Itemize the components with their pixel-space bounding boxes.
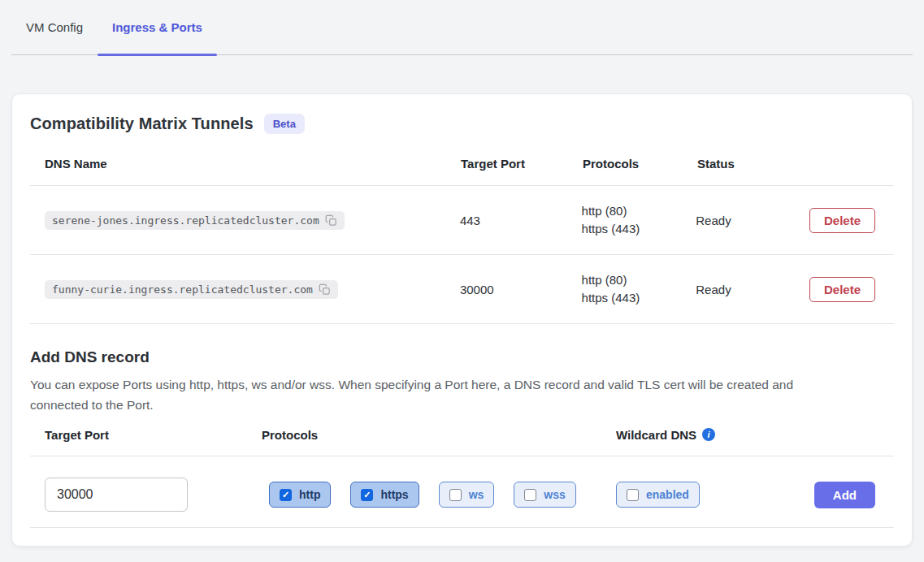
tab-vm-config[interactable]: VM Config xyxy=(11,0,98,54)
protocol-chip-label: ws xyxy=(469,488,484,501)
table-row: funny-curie.ingress.replicatedcluster.co… xyxy=(30,255,894,324)
table-row: serene-jones.ingress.replicatedcluster.c… xyxy=(30,186,894,255)
protocol-chips: http https ws wss xyxy=(262,482,616,508)
protocol-checkbox-wss[interactable]: wss xyxy=(514,482,575,508)
status-badge: Ready xyxy=(696,283,809,296)
add-form-header-row: Target Port Protocols Wildcard DNSi xyxy=(30,428,894,456)
target-port-input[interactable] xyxy=(45,478,188,512)
wildcard-chip-label: enabled xyxy=(646,488,689,501)
add-dns-record-title: Add DNS record xyxy=(30,348,894,366)
tunnels-table: DNS Name Target Port Protocols Status se… xyxy=(30,144,894,324)
bottom-divider xyxy=(30,527,894,528)
protocol-chip-label: wss xyxy=(544,488,565,501)
beta-badge: Beta xyxy=(264,114,305,134)
header-protocols: Protocols xyxy=(583,157,697,171)
checkbox-icon[interactable] xyxy=(524,489,536,501)
protocol-line: https (443) xyxy=(582,220,696,238)
info-icon[interactable]: i xyxy=(702,428,715,441)
protocol-line: http (80) xyxy=(582,271,696,289)
protocol-checkbox-http[interactable]: http xyxy=(269,482,331,508)
protocol-line: http (80) xyxy=(582,202,696,220)
dns-name-text: funny-curie.ingress.replicatedcluster.co… xyxy=(52,283,313,296)
header-target-port: Target Port xyxy=(461,157,583,171)
page-title: Compatibility Matrix Tunnels xyxy=(30,115,254,133)
form-header-wildcard-dns: Wildcard DNS xyxy=(616,428,696,442)
protocol-checkbox-https[interactable]: https xyxy=(350,482,419,508)
cell-target-port: 443 xyxy=(460,214,582,227)
protocol-chip-label: http xyxy=(299,488,320,501)
checkbox-icon[interactable] xyxy=(361,489,373,501)
tunnels-card: Compatibility Matrix Tunnels Beta DNS Na… xyxy=(11,93,913,547)
form-header-protocols: Protocols xyxy=(262,428,616,443)
delete-button[interactable]: Delete xyxy=(809,208,875,233)
protocol-line: https (443) xyxy=(582,289,696,307)
card-title-row: Compatibility Matrix Tunnels Beta xyxy=(30,114,894,134)
form-header-target-port: Target Port xyxy=(30,428,262,443)
dns-name-text: serene-jones.ingress.replicatedcluster.c… xyxy=(52,214,319,227)
cell-target-port: 30000 xyxy=(460,283,582,296)
status-badge: Ready xyxy=(696,214,809,227)
dns-name-pill: serene-jones.ingress.replicatedcluster.c… xyxy=(45,211,345,230)
tab-bar: VM Config Ingress & Ports xyxy=(11,0,913,55)
add-form-controls-row: http https ws wss enabled xyxy=(30,456,894,512)
delete-button[interactable]: Delete xyxy=(809,277,875,302)
add-dns-record-description: You can expose Ports using http, https, … xyxy=(30,374,851,415)
checkbox-icon[interactable] xyxy=(627,489,639,501)
tab-ingress-ports[interactable]: Ingress & Ports xyxy=(98,0,217,54)
copy-icon[interactable] xyxy=(319,283,331,296)
add-button[interactable]: Add xyxy=(814,482,875,508)
protocol-chip-label: https xyxy=(380,488,408,501)
checkbox-icon[interactable] xyxy=(280,489,292,501)
protocol-checkbox-ws[interactable]: ws xyxy=(439,482,495,508)
tab-vm-config-label: VM Config xyxy=(26,20,83,34)
header-dns-name: DNS Name xyxy=(30,157,461,171)
header-status: Status xyxy=(697,157,811,171)
dns-name-pill: funny-curie.ingress.replicatedcluster.co… xyxy=(45,280,338,299)
tab-ingress-ports-label: Ingress & Ports xyxy=(112,20,202,34)
wildcard-dns-enabled-checkbox[interactable]: enabled xyxy=(616,482,700,508)
copy-icon[interactable] xyxy=(325,214,337,227)
table-header-row: DNS Name Target Port Protocols Status xyxy=(30,144,894,186)
checkbox-icon[interactable] xyxy=(449,489,462,501)
